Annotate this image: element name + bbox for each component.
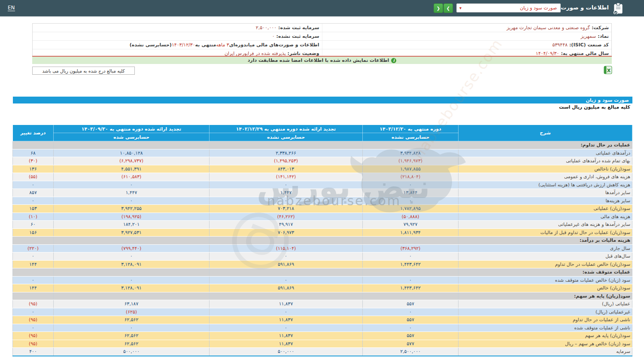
row-value: ۱,۹۸۷,۸۵۵ <box>363 165 459 173</box>
row-value: ۲,۵۰۰,۰۰۰ <box>363 348 459 356</box>
row-label: هزینه های فروش، اداری و عمومی <box>459 173 632 181</box>
row-value: ۱,۴۴۷ <box>210 189 363 197</box>
row-value <box>363 141 459 149</box>
row-value <box>363 292 459 300</box>
row-value: ۵۰۰,۰۰۰ <box>54 348 210 356</box>
capital-value: ۲,۵۰۰,۰۰۰ <box>256 25 276 30</box>
units-note-box: کلیه مبالغ درج شده به میلیون ریال می باش… <box>32 67 135 75</box>
row-value: ۰ <box>363 181 459 189</box>
subheader-audit-status: حسابرسی شده <box>54 133 210 141</box>
row-value: ۴۹,۹۱۷ <box>210 221 363 229</box>
row-value <box>13 141 54 149</box>
table-row: سود(زیان) عملیات در حال تداوم قبل از مال… <box>13 228 632 237</box>
row-value: ۵۷۷ <box>363 340 459 348</box>
row-value: ۰ <box>13 324 54 332</box>
isic-value: ۵۳۹۴۴۸ <box>553 42 568 48</box>
row-value: ۶۰ <box>13 221 54 229</box>
row-value: (۱,۹۴۶,۹۷۳) <box>363 157 459 165</box>
row-value: ۱,۷۸۲,۸۹۵ <box>363 205 459 213</box>
row-value: ۱۵۳ <box>13 205 54 213</box>
row-value: (۱۰) <box>13 213 54 221</box>
row-label: غیرعملیاتی (ریال) <box>459 308 632 316</box>
page: اطلاعات و صورت‌های مالی میاندوره‌ای صورت… <box>0 0 644 362</box>
row-value: ۴۰۰ <box>13 348 54 356</box>
row-value <box>210 237 363 245</box>
company-value: گروه صنعتی و معدنی سیمان تجارت مهریز <box>507 25 590 30</box>
row-value: ۰ <box>363 308 459 316</box>
row-value: ۰ <box>210 324 363 332</box>
row-value: ۵۵۷ <box>363 332 459 340</box>
row-value: (۵۵) <box>13 173 54 181</box>
row-value: (۶۱۰,۵۸۳) <box>54 173 210 181</box>
row-value: ۰ <box>54 181 210 189</box>
symbol-value: سمهریز <box>580 33 596 39</box>
alert-text: اطلاعات نمایش داده شده با اطلاعات امضا ش… <box>248 58 389 63</box>
statement-type-dropdown[interactable]: صورت سود و زیان ▾ <box>456 3 561 12</box>
table-row: سرمایه۲,۵۰۰,۰۰۰۵۰۰,۰۰۰۵۰۰,۰۰۰۴۰۰ <box>13 348 632 356</box>
company-label: شرکت: <box>590 25 611 30</box>
next-statement-button[interactable]: ❯ <box>444 3 453 13</box>
row-value: ۶۲,۵۶۲ <box>54 332 210 340</box>
row-value: ۶۲,۵۶۲ <box>54 340 210 348</box>
table-row: سود(زیان) پایه هر سهم۵۵۷۱۱,۸۳۷۶۲,۵۶۲(۹۵) <box>13 332 632 340</box>
table-row: هزینه کاهش ارزش دریافتنی ها (هزینه استثن… <box>13 181 632 189</box>
info-row: نماد: سمهریز سرمایه ثبت نشده: ۰ <box>33 32 611 41</box>
language-toggle-en[interactable]: EN <box>8 5 15 11</box>
row-value: (۹۵) <box>13 316 54 324</box>
row-label: ناشی از عملیات در حال تداوم <box>459 316 632 324</box>
table-row: سود(زیان) ناخالص۱,۹۸۷,۸۵۵۸۴۳,۰۱۳۴,۵۵۱,۳۹… <box>13 165 632 173</box>
row-value: ۱۰,۸۵۰,۱۲۸ <box>54 149 210 157</box>
col-header-description: شرح <box>459 125 632 141</box>
row-value: ۰ <box>13 197 54 205</box>
row-value: ۱۵۶ <box>13 228 54 237</box>
row-value: (۵۰,۸۸۸) <box>363 213 459 221</box>
col-header-current-period: دوره منتهی به ۱۴۰۳/۱۲/۳۰ <box>363 125 459 133</box>
row-value: ۱۳۶ <box>13 165 54 173</box>
statement-table-body: عملیات در حال تداوم:درآمدهای عملیاتی۳,۹۳… <box>13 141 632 356</box>
row-label: هزینه های مالی <box>459 213 632 221</box>
row-label: سال جاری <box>459 244 632 252</box>
row-label: سود(زیان) پایه هر سهم: <box>459 292 632 300</box>
row-value: ۰ <box>54 324 210 332</box>
interim-audit-status: (حسابرسی نشده) <box>130 42 172 48</box>
row-value: ۱۱,۸۳۷ <box>210 340 363 348</box>
row-value: ۳,۹۲۷,۵۳۱ <box>54 228 210 237</box>
row-value: ۰ <box>210 197 363 205</box>
row-value <box>54 141 210 149</box>
row-value: ۵۵۷ <box>363 300 459 308</box>
row-label: ناشی از عملیات متوقف شده <box>459 324 632 332</box>
row-label: هزینه کاهش ارزش دریافتنی ها (هزینه استثن… <box>459 181 632 189</box>
row-value: (۹۵) <box>13 340 54 348</box>
row-value: ۷۰۶,۹۷۳ <box>210 228 363 237</box>
row-value: ۵۹۱,۸۶۹ <box>210 284 363 292</box>
excel-export-icon[interactable]: X <box>604 66 612 74</box>
previous-statement-button[interactable]: ❮ <box>434 3 443 13</box>
interim-text: منتهی به <box>195 42 216 48</box>
row-label: سود (زیان) خالص عملیات متوقف شده <box>459 276 632 284</box>
row-value: ۳,۹۴۲,۲۵۵ <box>54 205 210 213</box>
row-value <box>13 268 54 277</box>
row-value: ۱۳,۸۴۴ <box>363 189 459 197</box>
row-value: ۱۴۴ <box>13 260 54 268</box>
row-value: ۵۵۷ <box>363 316 459 324</box>
row-label: سرمایه <box>459 348 632 356</box>
row-value: ۲,۳۳۸,۲۶۶ <box>210 149 363 157</box>
row-value: ۴,۵۵۱,۳۹۱ <box>54 165 210 173</box>
col-header-percent-change: درصد تغییر <box>13 125 54 141</box>
isic-field: کد صنعت (ISIC): ۵۳۹۴۴۸ <box>322 41 612 49</box>
row-value: ۱۱,۸۳۷ <box>210 332 363 340</box>
row-value: ۰ <box>13 308 54 316</box>
subheader-audit-status: حسابرسی نشده <box>210 133 363 141</box>
row-value: (۱۹۸,۹۲۵) <box>54 213 210 221</box>
row-value: ۷۹,۹۲۷ <box>363 221 459 229</box>
row-label: هزینه مالیات بر درآمد: <box>459 237 632 245</box>
statement-section-header: صورت سود و زیان <box>13 97 632 103</box>
unregistered-capital-field: سرمایه ثبت نشده: ۰ <box>33 32 322 40</box>
row-value: ۸۵۷ <box>13 189 54 197</box>
row-label: درآمدهای عملیاتی <box>459 149 632 157</box>
subheader-audit-status: حسابرسی نشده <box>363 133 459 141</box>
row-value <box>363 268 459 277</box>
row-value: ۱,۴۴۳,۶۴۲ <box>363 260 459 268</box>
row-label: سایر هزینه‌ها <box>459 197 632 205</box>
statement-units-note: کلیه مبالغ به میلیون ریال است <box>559 104 630 110</box>
